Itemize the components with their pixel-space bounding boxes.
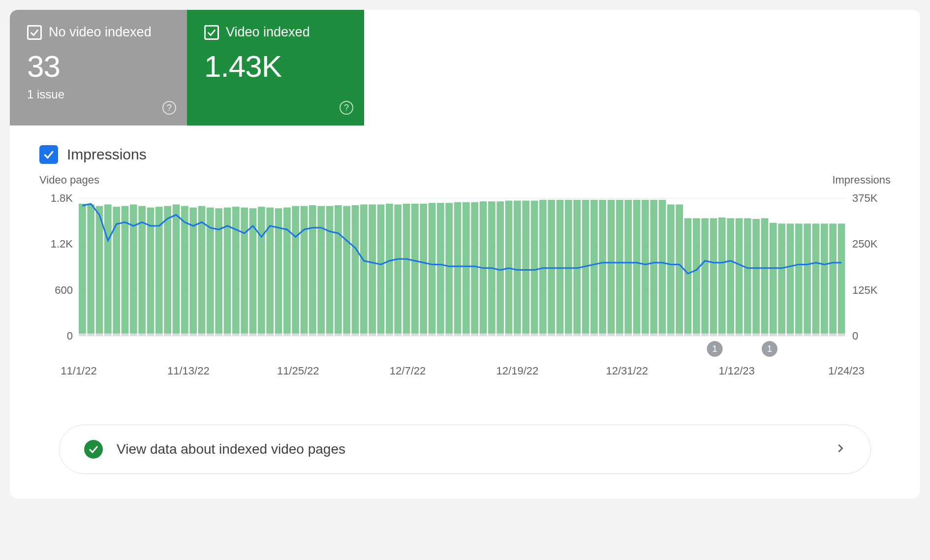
svg-rect-147	[650, 334, 657, 336]
tile-no-video-indexed[interactable]: No video indexed 33 1 issue ?	[10, 10, 187, 125]
svg-rect-29	[147, 334, 155, 336]
svg-rect-47	[224, 334, 231, 336]
svg-rect-51	[241, 334, 248, 336]
svg-rect-134	[599, 200, 606, 334]
svg-rect-31	[155, 334, 163, 336]
svg-rect-91	[411, 334, 419, 336]
checkbox-checked-icon	[204, 25, 219, 40]
svg-rect-168	[744, 218, 751, 333]
svg-rect-166	[736, 218, 743, 333]
svg-rect-176	[778, 223, 785, 334]
svg-rect-49	[232, 334, 240, 336]
svg-rect-60	[283, 208, 291, 334]
svg-rect-87	[394, 334, 402, 336]
svg-rect-80	[369, 204, 376, 333]
svg-rect-101	[454, 334, 462, 336]
svg-rect-71	[326, 334, 334, 336]
tile-label: No video indexed	[49, 25, 152, 40]
svg-rect-65	[301, 334, 308, 336]
svg-rect-160	[710, 218, 717, 333]
svg-rect-162	[718, 218, 726, 334]
svg-text:11/1/22: 11/1/22	[61, 365, 96, 377]
svg-rect-96	[437, 203, 444, 334]
svg-text:11/25/22: 11/25/22	[277, 365, 319, 377]
svg-rect-92	[420, 204, 427, 334]
svg-rect-59	[275, 334, 282, 336]
svg-rect-139	[616, 334, 623, 336]
svg-rect-133	[590, 334, 598, 336]
svg-text:0: 0	[67, 330, 73, 342]
metric-tiles: No video indexed 33 1 issue ? Video inde…	[10, 10, 920, 125]
svg-rect-19	[104, 334, 112, 336]
svg-rect-21	[113, 334, 120, 336]
svg-rect-66	[309, 205, 316, 334]
svg-text:0: 0	[852, 330, 858, 342]
svg-rect-116	[522, 201, 529, 334]
svg-rect-70	[326, 206, 334, 334]
svg-rect-43	[207, 334, 214, 336]
svg-rect-122	[548, 200, 555, 334]
svg-rect-26	[138, 206, 146, 334]
impressions-toggle-row: Impressions	[10, 125, 920, 174]
svg-rect-68	[317, 206, 325, 334]
svg-rect-173	[761, 334, 769, 336]
svg-rect-100	[454, 202, 462, 334]
svg-rect-174	[770, 223, 777, 334]
svg-rect-135	[599, 334, 606, 336]
svg-rect-190	[838, 223, 845, 334]
svg-rect-170	[752, 219, 760, 334]
left-axis-title: Video pages	[39, 174, 99, 187]
svg-rect-45	[215, 334, 222, 336]
svg-text:1.8K: 1.8K	[51, 192, 73, 204]
tile-video-indexed[interactable]: Video indexed 1.43K ?	[187, 10, 364, 125]
svg-text:1/12/23: 1/12/23	[718, 365, 754, 377]
svg-rect-39	[189, 334, 197, 336]
svg-text:1: 1	[713, 344, 717, 354]
svg-rect-76	[352, 205, 359, 334]
help-icon[interactable]: ?	[340, 101, 353, 115]
svg-rect-48	[232, 207, 240, 334]
svg-rect-127	[565, 334, 572, 336]
svg-rect-177	[778, 334, 785, 336]
svg-rect-84	[386, 204, 393, 334]
svg-rect-169	[744, 334, 751, 336]
view-indexed-pages-link[interactable]: View data about indexed video pages	[59, 425, 871, 474]
svg-rect-82	[377, 204, 385, 333]
svg-rect-137	[608, 334, 615, 336]
svg-rect-89	[403, 334, 410, 336]
svg-rect-57	[266, 334, 274, 336]
svg-rect-150	[667, 204, 675, 333]
svg-rect-161	[710, 334, 717, 336]
svg-text:1/24/23: 1/24/23	[828, 365, 864, 377]
svg-text:375K: 375K	[852, 192, 878, 204]
svg-rect-95	[429, 334, 436, 336]
svg-rect-12	[79, 204, 86, 334]
tile-value: 33	[27, 49, 170, 84]
svg-rect-131	[582, 334, 589, 336]
svg-rect-144	[642, 200, 649, 334]
svg-rect-167	[736, 334, 743, 336]
svg-rect-165	[727, 334, 734, 336]
check-circle-icon	[84, 440, 103, 459]
svg-rect-119	[531, 334, 538, 336]
svg-rect-158	[701, 218, 709, 333]
svg-rect-20	[113, 207, 120, 334]
svg-rect-180	[795, 223, 803, 334]
svg-rect-44	[215, 208, 222, 334]
svg-rect-97	[437, 334, 444, 336]
svg-rect-191	[838, 334, 845, 336]
svg-rect-164	[727, 218, 734, 333]
report-card: No video indexed 33 1 issue ? Video inde…	[10, 10, 920, 498]
svg-rect-175	[770, 334, 777, 336]
svg-rect-109	[488, 334, 496, 336]
svg-rect-69	[317, 334, 325, 336]
svg-rect-163	[718, 334, 726, 336]
svg-rect-40	[198, 206, 206, 334]
svg-rect-132	[590, 200, 598, 334]
chevron-right-icon	[835, 443, 846, 456]
svg-rect-35	[173, 334, 180, 336]
svg-rect-55	[258, 334, 265, 336]
impressions-checkbox[interactable]	[39, 145, 58, 164]
svg-rect-115	[514, 334, 521, 336]
help-icon[interactable]: ?	[162, 101, 176, 115]
